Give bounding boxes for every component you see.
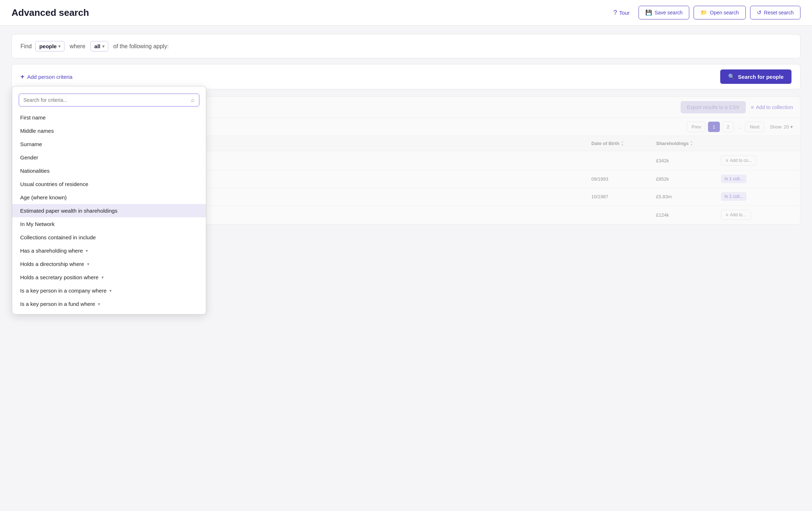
- list-item-label: Middle names: [20, 128, 54, 134]
- main-content: Find people ▾ where all ▾ of the followi…: [0, 26, 812, 234]
- list-item-highlighted[interactable]: Estimated paper wealth in shareholdings: [12, 204, 206, 217]
- row-shareholding: £5.83m: [656, 194, 721, 199]
- sort-down-icon: ▼: [690, 144, 693, 146]
- folder-icon: 📁: [700, 9, 707, 16]
- col-header-dob: Date of Birth ▲ ▼: [591, 140, 656, 146]
- row-action: ≡ Add to...: [721, 210, 793, 220]
- list-item[interactable]: Has a shareholding where ▾: [12, 244, 206, 257]
- list-item[interactable]: Is a key person in a fund where ▾: [12, 297, 206, 311]
- save-search-label: Save search: [655, 10, 683, 15]
- next-page-button[interactable]: Next: [745, 122, 764, 132]
- row-shareholding: £124k: [656, 212, 721, 218]
- all-dropdown[interactable]: all ▾: [90, 41, 108, 51]
- open-search-label: Open search: [710, 10, 739, 15]
- export-csv-button[interactable]: Export results to a CSV: [681, 101, 746, 113]
- criteria-list: First name Middle names Surname Gender N…: [12, 111, 206, 311]
- find-bar: Find people ▾ where all ▾ of the followi…: [12, 34, 800, 58]
- list-icon: ≡: [726, 158, 728, 163]
- add-collection-label: Add to collection: [756, 104, 793, 110]
- page-dots: ...: [736, 124, 743, 130]
- chevron-right-icon: ▾: [109, 288, 112, 293]
- list-item[interactable]: Collections contained in include: [12, 231, 206, 244]
- entity-dropdown[interactable]: people ▾: [35, 41, 64, 51]
- find-label: Find: [21, 43, 32, 50]
- list-item[interactable]: In My Network: [12, 217, 206, 231]
- list-item[interactable]: First name: [12, 111, 206, 124]
- apply-label: of the following apply:: [113, 43, 169, 50]
- chevron-right-icon: ▾: [86, 248, 88, 253]
- reset-icon: ↺: [757, 9, 762, 16]
- chevron-down-icon-2: ▾: [102, 44, 104, 49]
- sort-dob-icons[interactable]: ▲ ▼: [621, 140, 624, 146]
- list-item[interactable]: Gender: [12, 151, 206, 164]
- row-shareholding: £342k: [656, 158, 721, 163]
- list-icon: ≡: [751, 104, 754, 110]
- list-item[interactable]: Holds a secretary position where ▾: [12, 271, 206, 284]
- next-label: Next: [750, 124, 759, 130]
- list-item-label: Is a key person in a fund where: [20, 301, 95, 307]
- list-item-label: Nationalities: [20, 168, 50, 174]
- entity-value: people: [39, 43, 57, 49]
- tour-button[interactable]: ? Tour: [609, 6, 634, 19]
- show-count[interactable]: 20 ▾: [784, 124, 793, 130]
- row-shareholding: £852k: [656, 176, 721, 182]
- add-to-collection-row-button[interactable]: ≡ Add to...: [721, 210, 751, 220]
- list-item[interactable]: Nationalities: [12, 164, 206, 177]
- chevron-down-icon: ▾: [58, 44, 60, 49]
- in-collection-badge: In 1 coll...: [721, 175, 746, 183]
- list-item-label: Holds a directorship where: [20, 261, 84, 267]
- header-actions: ? Tour 💾 Save search 📁 Open search ↺ Res…: [609, 6, 800, 19]
- criteria-search-wrap: ⌕: [19, 94, 199, 107]
- where-label: where: [69, 43, 85, 50]
- export-label: Export results to a CSV: [687, 104, 740, 110]
- add-criteria-button[interactable]: + Add person criteria: [21, 73, 72, 81]
- dob-label: Date of Birth: [591, 141, 619, 146]
- row-action: ≡ Add to co...: [721, 155, 793, 166]
- list-item[interactable]: Holds a directorship where ▾: [12, 257, 206, 271]
- add-to-collection-row-button[interactable]: ≡ Add to co...: [721, 155, 757, 166]
- list-item[interactable]: Middle names: [12, 124, 206, 137]
- add-to-collection-button[interactable]: ≡ Add to collection: [751, 104, 793, 110]
- sort-shareholdings-icons[interactable]: ▲ ▼: [690, 140, 693, 146]
- list-item[interactable]: Age (where known): [12, 191, 206, 204]
- show-count-value: 20: [784, 124, 789, 130]
- all-value: all: [94, 43, 100, 49]
- search-criteria-icon: ⌕: [191, 97, 195, 103]
- list-item[interactable]: Usual countries of residence: [12, 177, 206, 191]
- add-criteria-label: Add person criteria: [27, 74, 73, 80]
- in-collection-badge: In 1 coll...: [721, 192, 746, 201]
- open-search-button[interactable]: 📁 Open search: [694, 6, 745, 19]
- show-label: Show: [770, 124, 782, 130]
- page-2-button[interactable]: 2: [722, 122, 734, 132]
- row-action: In 1 coll...: [721, 192, 793, 201]
- page-1-label: 1: [713, 124, 715, 130]
- list-item-label: Gender: [20, 154, 38, 160]
- chevron-right-icon: ▾: [98, 302, 100, 307]
- show-chevron-icon: ▾: [790, 124, 793, 130]
- list-item-label: In My Network: [20, 221, 55, 227]
- list-item-label: Collections contained in include: [20, 234, 96, 240]
- chevron-right-icon: ▾: [102, 275, 104, 280]
- criteria-bar: + Add person criteria 🔍 Search for peopl…: [12, 64, 800, 89]
- page-1-button[interactable]: 1: [708, 122, 720, 132]
- list-item-label: Age (where known): [20, 194, 67, 200]
- list-item-label: Usual countries of residence: [20, 181, 88, 187]
- sort-up-icon: ▲: [621, 140, 624, 143]
- list-item-label: Surname: [20, 141, 42, 147]
- list-item-label: First name: [20, 114, 46, 121]
- reset-search-button[interactable]: ↺ Reset search: [750, 6, 800, 19]
- question-icon: ?: [613, 9, 617, 17]
- col-header-shareholdings: Shareholdings ▲ ▼: [656, 140, 721, 146]
- prev-label: Prev: [691, 124, 701, 130]
- search-people-button[interactable]: 🔍 Search for people: [720, 69, 791, 84]
- criteria-search-input[interactable]: [23, 97, 191, 103]
- list-item[interactable]: Surname: [12, 137, 206, 151]
- row-dob: 09/1993: [591, 176, 656, 182]
- list-item[interactable]: Is a key person in a company where ▾: [12, 284, 206, 297]
- criteria-dropdown-panel: ⌕ First name Middle names Surname Gender…: [12, 86, 206, 315]
- list-item-label: Holds a secretary position where: [20, 274, 99, 280]
- list-item-label: Is a key person in a company where: [20, 288, 107, 294]
- save-search-button[interactable]: 💾 Save search: [639, 6, 690, 19]
- row-dob: 10/1987: [591, 194, 656, 199]
- prev-page-button[interactable]: Prev: [687, 122, 706, 132]
